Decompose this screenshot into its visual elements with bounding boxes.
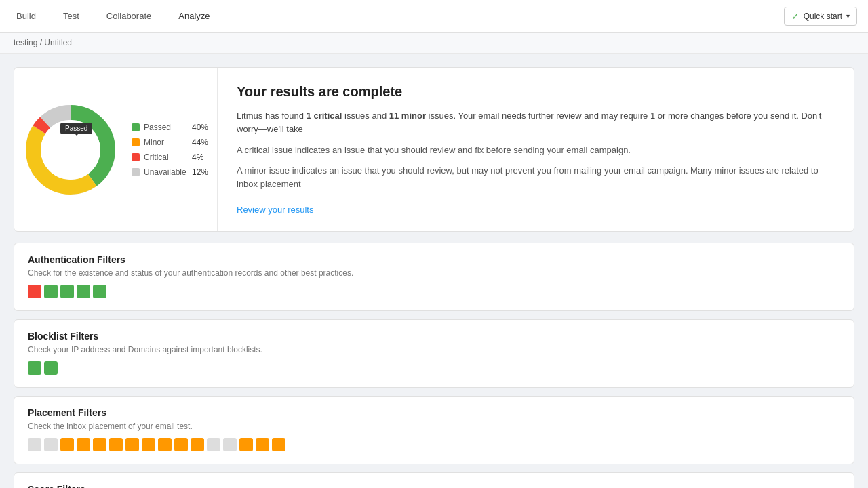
badge-placement-10[interactable] [174, 438, 188, 451]
badge-placement-8[interactable] [142, 438, 155, 451]
badge-auth-4[interactable] [77, 285, 90, 298]
legend-critical-dot [132, 153, 140, 161]
legend-passed-pct: 40% [192, 123, 208, 132]
blocklist-filters-badges [28, 361, 840, 375]
nav-test[interactable]: Test [58, 8, 85, 24]
summary-mid: issues and [342, 110, 389, 121]
legend-unavailable-pct: 12% [192, 167, 208, 177]
check-icon: ✓ [791, 11, 800, 22]
results-title: Your results are complete [237, 84, 835, 100]
chevron-down-icon: ▾ [846, 12, 850, 20]
breadcrumb: testing / Untitled [0, 33, 868, 54]
results-desc2: A minor issue indicates an issue that yo… [237, 164, 835, 191]
legend-critical-label: Critical [144, 152, 188, 162]
badge-placement-5[interactable] [93, 438, 106, 451]
badge-placement-14[interactable] [239, 438, 253, 451]
minor-count: 11 minor [389, 110, 426, 121]
placement-filters-section: Placement Filters Check the inbox placem… [14, 396, 854, 464]
nav-collaborate[interactable]: Collaborate [101, 8, 157, 24]
legend-critical: Critical 4% [132, 152, 208, 162]
results-desc1: A critical issue indicates an issue that… [237, 144, 835, 157]
results-summary: Litmus has found 1 critical issues and 1… [237, 109, 835, 136]
quick-start-button[interactable]: ✓ Quick start ▾ [784, 7, 857, 26]
critical-count: 1 critical [307, 110, 342, 121]
badge-placement-16[interactable] [272, 438, 285, 451]
placement-filters-title: Placement Filters [28, 407, 840, 418]
badge-placement-7[interactable] [125, 438, 139, 451]
badge-placement-1[interactable] [28, 438, 41, 451]
auth-filters-desc: Check for the existence and status of yo… [28, 268, 840, 278]
blocklist-filters-section: Blocklist Filters Check your IP address … [14, 319, 854, 388]
placement-filters-desc: Check the inbox placement of your email … [28, 422, 840, 431]
auth-filters-title: Authentication Filters [28, 254, 840, 265]
badge-blocklist-1[interactable] [28, 361, 41, 375]
nav-analyze[interactable]: Analyze [173, 8, 215, 24]
auth-filters-section: Authentication Filters Check for the exi… [14, 243, 854, 311]
badge-placement-9[interactable] [158, 438, 172, 451]
blocklist-filters-desc: Check your IP address and Domains agains… [28, 345, 840, 354]
badge-placement-13[interactable] [223, 438, 237, 451]
donut-svg [23, 102, 118, 197]
legend-passed-dot [132, 123, 140, 131]
badge-auth-2[interactable] [44, 285, 58, 298]
breadcrumb-text: testing / Untitled [14, 38, 72, 47]
badge-placement-2[interactable] [44, 438, 58, 451]
legend-unavailable-label: Unavailable [144, 167, 188, 177]
chart-section: Passed [14, 68, 218, 231]
badge-placement-3[interactable] [60, 438, 74, 451]
nav-build[interactable]: Build [11, 8, 41, 24]
main-content: Passed [0, 54, 868, 488]
legend-unavailable-dot [132, 168, 140, 176]
auth-filters-badges [28, 285, 840, 298]
legend-critical-pct: 4% [192, 152, 203, 162]
chart-legend: Passed 40% Minor 44% Critical 4% Unavail… [132, 123, 208, 177]
results-text-section: Your results are complete Litmus has fou… [218, 68, 854, 231]
badge-placement-15[interactable] [256, 438, 269, 451]
blocklist-filters-title: Blocklist Filters [28, 331, 840, 342]
score-filters-section: Score Filters Check... [14, 472, 854, 488]
badge-placement-4[interactable] [77, 438, 90, 451]
legend-passed: Passed 40% [132, 123, 208, 132]
badge-auth-5[interactable] [93, 285, 106, 298]
badge-auth-1[interactable] [28, 285, 41, 298]
placement-filters-badges [28, 438, 840, 451]
legend-minor-dot [132, 138, 140, 146]
score-filters-title: Score Filters [28, 484, 840, 488]
review-results-link[interactable]: Review your results [237, 205, 313, 215]
quick-start-label: Quick start [804, 12, 842, 21]
donut-chart: Passed [23, 102, 118, 197]
legend-minor: Minor 44% [132, 138, 208, 147]
badge-placement-11[interactable] [191, 438, 204, 451]
badge-blocklist-2[interactable] [44, 361, 58, 375]
badge-auth-3[interactable] [60, 285, 74, 298]
legend-minor-pct: 44% [192, 138, 208, 147]
legend-unavailable: Unavailable 12% [132, 167, 208, 177]
badge-placement-6[interactable] [109, 438, 123, 451]
chart-tooltip: Passed [60, 123, 92, 134]
results-card: Passed [14, 67, 854, 232]
legend-minor-label: Minor [144, 138, 188, 147]
legend-passed-label: Passed [144, 123, 188, 132]
top-nav: Build Test Collaborate Analyze ✓ Quick s… [0, 0, 868, 33]
badge-placement-12[interactable] [207, 438, 220, 451]
summary-pre: Litmus has found [237, 110, 307, 121]
